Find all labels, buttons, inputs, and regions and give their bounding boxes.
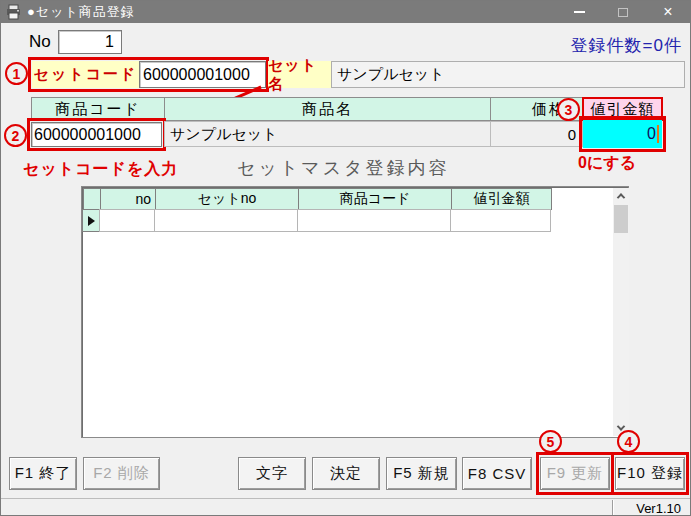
- row-marker-icon: [88, 216, 95, 226]
- kettei-button[interactable]: 決定: [312, 457, 380, 490]
- annotation-badge-4: 4: [617, 430, 640, 453]
- f5-new-button[interactable]: F5 新規: [386, 457, 457, 490]
- set-code-input[interactable]: 600000001000: [139, 61, 266, 88]
- status-bar: [1, 498, 690, 516]
- chevron-up-icon: [617, 193, 625, 201]
- chevron-down-icon: [617, 422, 625, 430]
- moji-button[interactable]: 文字: [238, 457, 306, 490]
- status-divider: [612, 500, 614, 515]
- product-name-cell: サンプルセット: [164, 121, 491, 147]
- printer-icon: [6, 4, 22, 20]
- set-name-label: セット名: [268, 61, 331, 88]
- window-title: ●セット商品登録: [27, 3, 135, 21]
- no-label: No: [29, 32, 51, 52]
- row-selector-cell[interactable]: [82, 209, 100, 232]
- set-name-field[interactable]: サンプルセット: [331, 61, 685, 88]
- master-col-no: no: [100, 188, 156, 210]
- f1-exit-button[interactable]: F1 終了: [9, 457, 77, 490]
- master-grid: no セットno 商品コード 値引金額: [81, 186, 629, 438]
- f9-update-button[interactable]: F9 更新: [540, 457, 610, 490]
- annotation-enter-code: セットコードを入力: [23, 159, 178, 180]
- item-col-name: 商品名: [164, 97, 491, 121]
- master-col-code: 商品コード: [298, 188, 452, 210]
- discount-cell[interactable]: 0: [583, 120, 662, 148]
- close-icon: ×: [663, 4, 672, 20]
- f8-csv-button[interactable]: F8 CSV: [462, 457, 532, 490]
- discount-value: 0: [647, 125, 656, 143]
- version-text: Ver1.10: [636, 501, 681, 516]
- annotation-badge-5: 5: [539, 430, 562, 453]
- annotation-badge-1: 1: [5, 62, 28, 85]
- scroll-up-button[interactable]: [613, 188, 629, 204]
- product-code-input[interactable]: 600000001000: [31, 122, 162, 147]
- master-grid-row[interactable]: [83, 209, 628, 232]
- registered-count-text: 登録件数=0件: [571, 34, 682, 57]
- master-col-setno: セットno: [155, 188, 299, 210]
- cell-code[interactable]: [297, 209, 451, 232]
- cell-discount[interactable]: [450, 209, 551, 232]
- close-button[interactable]: ×: [645, 1, 691, 23]
- annotation-badge-3: 3: [557, 98, 580, 121]
- maximize-button[interactable]: [601, 1, 645, 23]
- price-cell: 0: [490, 121, 583, 147]
- cell-no[interactable]: [99, 209, 155, 232]
- master-col-selector: [83, 188, 101, 210]
- master-grid-header: no セットno 商品コード 値引金額: [83, 188, 628, 210]
- minimize-icon: [574, 11, 585, 13]
- annotation-set-zero: 0にする: [578, 153, 636, 174]
- scrollbar-thumb[interactable]: [614, 205, 628, 233]
- f2-delete-button[interactable]: F2 削除: [83, 457, 160, 490]
- annotation-badge-2: 2: [4, 124, 27, 147]
- minimize-button[interactable]: [557, 1, 601, 23]
- app-window: ●セット商品登録 × No 1 登録件数=0件 1 セットコード 6000000…: [0, 0, 691, 516]
- master-table-title: セットマスタ登録内容: [237, 156, 450, 180]
- set-code-label: セットコード: [32, 61, 139, 88]
- f10-register-button[interactable]: F10 登録: [615, 457, 685, 490]
- item-col-discount: 値引金額: [582, 97, 663, 121]
- maximize-icon: [618, 8, 628, 17]
- text-cursor: [657, 125, 659, 143]
- grid-scrollbar[interactable]: [613, 188, 629, 436]
- no-input[interactable]: 1: [58, 30, 122, 54]
- item-col-code: 商品コード: [31, 97, 165, 121]
- master-col-discount: 値引金額: [451, 188, 552, 210]
- cell-setno[interactable]: [154, 209, 298, 232]
